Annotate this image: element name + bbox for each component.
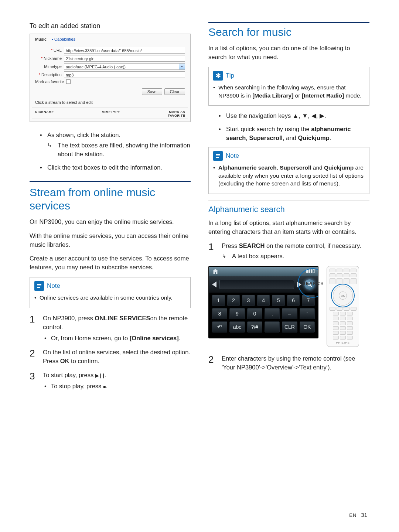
note-label: Note (47, 282, 60, 290)
step-item: Enter characters by using the remote con… (208, 354, 369, 372)
device-screen-illustration: ▮▮▮▯ 1234567 890.–' ↶ abc (208, 266, 318, 338)
list-item: As shown, click the station. The text bo… (30, 131, 191, 159)
col-mark-favorite: MARK AS FAVORITE (168, 110, 185, 117)
result-line: A text box appears. (222, 252, 369, 261)
clear-button[interactable]: Clear (164, 88, 185, 95)
mimetype-select[interactable]: audio/aac (MPEG-4 Audio (.aac)) ▼ (64, 63, 185, 70)
home-icon (212, 268, 219, 275)
substep: Or, from Home screen, go to [Online serv… (43, 334, 191, 343)
remote-ok-button: OK (339, 291, 347, 300)
edit-station-title: To edit an added station (30, 22, 191, 30)
body-paragraph: With the online music services, you can … (30, 232, 191, 249)
key-5: 5 (272, 295, 285, 306)
nickname-input[interactable]: 21st century girl (64, 55, 185, 62)
mimetype-label: Mimetype (35, 64, 64, 69)
tip-callout: ✱ Tip When searching in the following wa… (208, 67, 369, 106)
key-6: 6 (287, 295, 300, 306)
key: 0 (247, 308, 262, 319)
nav-left-icon (212, 282, 216, 287)
subsection-divider (208, 201, 369, 201)
stream-heading: Stream from online music services (30, 186, 191, 212)
key-7: 7 (302, 295, 315, 306)
note-callout: Note Alphanumeric search, Superscroll an… (208, 147, 369, 194)
nav-arrows-icons: ▲, ▼, ◀, ▶ (293, 112, 324, 119)
note-text: Online services are available in some co… (34, 294, 186, 302)
tab-music: Music (35, 37, 47, 41)
result-line: The text boxes are filled, showing the i… (47, 141, 191, 159)
key: ' (300, 308, 315, 319)
key-4: 4 (257, 295, 270, 306)
note-callout: Note Online services are available in so… (30, 277, 191, 308)
svg-rect-0 (37, 284, 41, 285)
note-icon (213, 151, 223, 161)
body-paragraph: On NP3900, you can enjoy the online musi… (30, 218, 191, 226)
col-nickname: NICKNAME (35, 110, 54, 117)
section-divider (208, 22, 369, 23)
save-button[interactable]: Save (142, 88, 162, 95)
key: . (265, 308, 280, 319)
step-item: Press SEARCH on the remote control, if n… (208, 242, 369, 261)
mark-favorite-label: Mark as favorite (35, 79, 66, 84)
body-paragraph: Create a user account to use the service… (30, 254, 191, 272)
remote-illustration: SEARCH OK PHILIPS (327, 266, 359, 347)
note-text: Alphanumeric search, Superscroll and Qui… (213, 164, 365, 188)
url-input[interactable]: http://view.33591.cn/userdata/1655/music… (64, 47, 185, 54)
list-item: Click the text boxes to edit the informa… (30, 163, 191, 172)
key-2: 2 (227, 295, 240, 306)
key-3: 3 (242, 295, 255, 306)
tip-text: When searching in the following ways, en… (213, 83, 365, 99)
edit-station-form-screenshot: Music • Capabilities * URL http://view.3… (30, 34, 191, 122)
step-item: To start play, press ▶❙❙. To stop play, … (30, 371, 191, 391)
step-item: On the list of online services, select t… (30, 348, 191, 366)
chevron-down-icon: ▼ (179, 64, 185, 69)
tip-label: Tip (226, 72, 234, 79)
svg-rect-4 (216, 156, 220, 156)
search-label: SEARCH (303, 281, 324, 286)
key-symbols: ?/# (247, 321, 262, 332)
search-input-slot (219, 280, 294, 289)
list-item: Use the navigation keys ▲, ▼, ◀, ▶. (208, 112, 369, 120)
tip-icon: ✱ (213, 71, 223, 81)
svg-rect-3 (216, 154, 220, 155)
description-input[interactable]: mp3 (64, 71, 185, 78)
signal-icon: ▮▮▮▯ (306, 268, 315, 275)
remote-navpad: OK (333, 286, 353, 306)
col-mimetype: MIMETYPE (54, 110, 168, 117)
substep: To stop play, press ■. (43, 382, 191, 391)
page-footer: EN31 (349, 512, 367, 518)
url-label: URL (54, 48, 62, 52)
svg-rect-2 (37, 287, 40, 288)
alpha-search-heading: Alphanumeric search (208, 205, 369, 214)
body-paragraph: In a long list of options, start alphanu… (208, 219, 369, 236)
key-space (265, 321, 280, 332)
tab-capabilities: • Capabilities (52, 37, 75, 41)
mark-favorite-checkbox[interactable] (66, 79, 71, 84)
form-hint: Click a stream to select and edit (32, 99, 188, 108)
nav-right-icon (297, 282, 301, 287)
note-label: Note (226, 152, 239, 160)
nickname-label: Nickname (44, 56, 62, 61)
search-heading: Search for music (208, 25, 369, 39)
description-label: Description (41, 72, 62, 77)
key: 8 (212, 308, 227, 319)
key-abc: abc (229, 321, 245, 332)
key: 9 (229, 308, 245, 319)
key-1: 1 (212, 295, 225, 306)
svg-rect-5 (216, 157, 219, 158)
svg-rect-1 (37, 286, 41, 286)
step-item: On NP3900, press ONLINE SERVICESon the r… (30, 314, 191, 343)
body-paragraph: In a list of options, you can do one of … (208, 44, 369, 62)
section-divider (30, 181, 191, 182)
note-icon (34, 281, 44, 291)
play-pause-icon: ▶❙❙ (95, 373, 105, 378)
key: – (282, 308, 297, 319)
remote-brand: PHILIPS (329, 341, 357, 344)
key-undo: ↶ (212, 321, 227, 332)
list-item: Start quick search by using the alphanum… (208, 125, 369, 143)
key-clr: CLR (282, 321, 297, 332)
key-ok: OK (300, 321, 315, 332)
